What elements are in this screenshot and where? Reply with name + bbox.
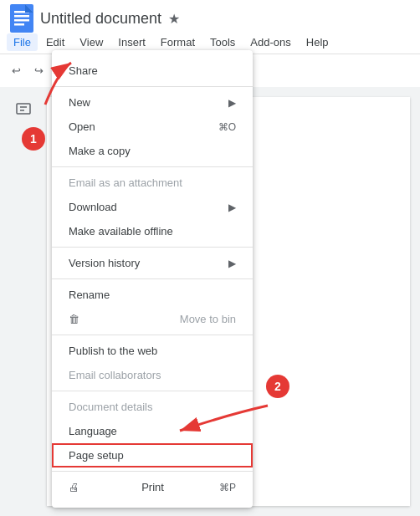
title-bar: Untitled document ★: [0, 0, 420, 30]
open-shortcut: ⌘O: [218, 121, 236, 133]
download-arrow-icon: ▶: [228, 202, 236, 213]
dropdown-item-rename[interactable]: Rename: [52, 283, 253, 307]
menu-addons[interactable]: Add-ons: [243, 33, 297, 51]
bin-icon: 🗑: [69, 313, 79, 325]
dropdown-item-publish[interactable]: Publish to the web: [52, 339, 253, 363]
dropdown-item-download[interactable]: Download ▶: [52, 195, 253, 219]
dropdown-section-download: Email as an attachment Download ▶ Make a…: [52, 167, 253, 248]
dropdown-section-details: Document details Language Page setup: [52, 391, 253, 472]
badge-1: 1: [22, 127, 45, 151]
menu-insert[interactable]: Insert: [111, 33, 152, 51]
sidebar-explore-icon[interactable]: [8, 94, 38, 124]
dropdown-item-new[interactable]: New ▶: [52, 90, 253, 115]
svg-rect-2: [14, 15, 29, 18]
print-icon: 🖨: [69, 481, 79, 493]
new-arrow-icon: ▶: [228, 97, 236, 109]
dropdown-item-open[interactable]: Open ⌘O: [52, 115, 253, 139]
svg-rect-4: [14, 23, 24, 26]
dropdown-section-publish: Publish to the web Email collaborators: [52, 335, 253, 391]
menu-format[interactable]: Format: [154, 33, 202, 51]
dropdown-item-language[interactable]: Language: [52, 419, 253, 443]
dropdown-item-makecopy[interactable]: Make a copy: [52, 139, 253, 163]
redo-button[interactable]: ↪: [29, 61, 49, 80]
menu-file[interactable]: File: [7, 33, 38, 51]
dropdown-item-share[interactable]: Share: [52, 59, 253, 83]
dropdown-item-email-collaborators: Email collaborators: [52, 363, 253, 387]
dropdown-item-movetobin: 🗑 Move to bin: [52, 307, 253, 331]
dropdown-item-email-attachment: Email as an attachment: [52, 171, 253, 195]
file-dropdown: Share New ▶ Open ⌘O Make a copy Email as…: [52, 50, 253, 508]
dropdown-item-offline[interactable]: Make available offline: [52, 219, 253, 243]
dropdown-item-page-setup[interactable]: Page setup: [52, 443, 253, 467]
sidebar-left: [0, 87, 47, 516]
svg-rect-5: [17, 104, 30, 114]
menu-help[interactable]: Help: [300, 33, 335, 51]
dropdown-item-print[interactable]: 🖨 Print ⌘P: [52, 475, 253, 499]
svg-rect-0: [10, 4, 33, 33]
docs-icon: [10, 4, 33, 33]
badge-2: 2: [266, 375, 289, 398]
menu-edit[interactable]: Edit: [39, 33, 71, 51]
dropdown-section-print: 🖨 Print ⌘P: [52, 472, 253, 503]
menu-view[interactable]: View: [73, 33, 110, 51]
dropdown-item-version-history[interactable]: Version history ▶: [52, 251, 253, 275]
star-icon[interactable]: ★: [168, 11, 180, 27]
dropdown-section-rename: Rename 🗑 Move to bin: [52, 279, 253, 335]
dropdown-section-version: Version history ▶: [52, 248, 253, 279]
version-arrow-icon: ▶: [228, 258, 236, 269]
dropdown-section-share: Share: [52, 55, 253, 87]
menu-tools[interactable]: Tools: [203, 33, 242, 51]
document-title[interactable]: Untitled document: [40, 10, 161, 28]
dropdown-item-doc-details: Document details: [52, 395, 253, 419]
undo-button[interactable]: ↩: [7, 61, 26, 80]
dropdown-section-new: New ▶ Open ⌘O Make a copy: [52, 87, 253, 167]
print-shortcut: ⌘P: [219, 482, 236, 493]
svg-rect-3: [14, 19, 29, 22]
